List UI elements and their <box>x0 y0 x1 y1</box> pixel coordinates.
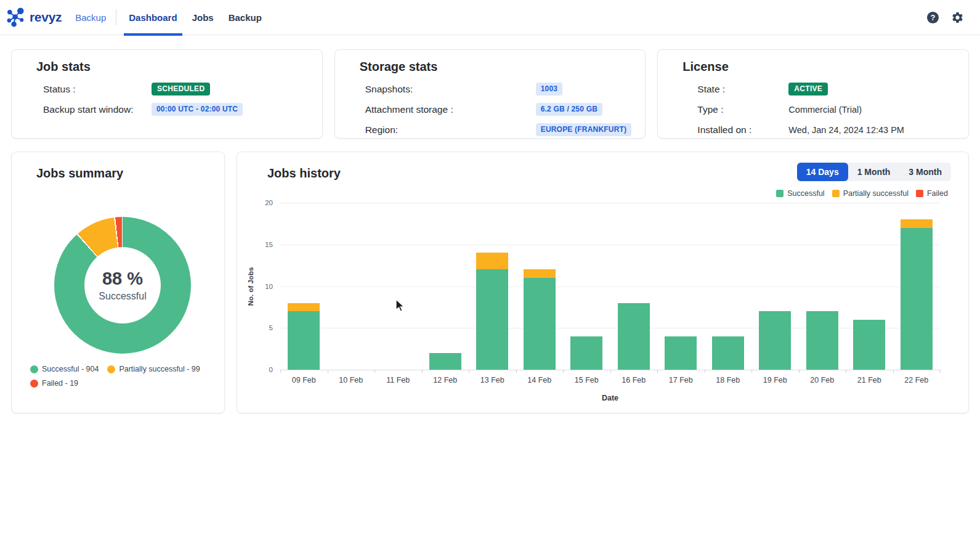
x-axis-tick-label: 22 Feb <box>904 376 928 384</box>
history-range-button-group: 14 Days1 Month3 Month <box>797 163 951 181</box>
backup-link[interactable]: Backup <box>75 12 106 23</box>
jobs-history-bar-chart[interactable]: 0510152009 Feb10 Feb11 Feb12 Feb13 Feb14… <box>280 203 940 370</box>
nav-tabs: DashboardJobsBackup <box>121 0 269 35</box>
legend-square-icon <box>776 190 784 197</box>
history-legend-item[interactable]: Successful <box>776 189 824 198</box>
bar-20-feb[interactable] <box>806 311 838 370</box>
gridline <box>280 287 940 287</box>
stat-row-value-pill: 00:00 UTC - 02:00 UTC <box>152 103 243 116</box>
history-legend-label: Partially successful <box>843 189 909 198</box>
nav-tab-jobs[interactable]: Jobs <box>185 0 221 35</box>
bar-17-feb[interactable] <box>665 336 697 370</box>
range-button-1-month[interactable]: 1 Month <box>848 163 900 181</box>
bar-16-feb[interactable] <box>618 303 650 370</box>
bar-22-feb[interactable] <box>901 219 933 370</box>
x-axis-tick-mark <box>610 370 611 373</box>
bar-segment-partially-successful <box>901 219 933 228</box>
summary-legend-label: Failed - 19 <box>42 379 78 388</box>
bar-13-feb[interactable] <box>476 253 508 370</box>
stat-row-label: Installed on : <box>697 124 788 136</box>
x-axis-tick-mark <box>280 370 281 373</box>
x-axis-tick-label: 18 Feb <box>716 376 740 384</box>
bar-segment-partially-successful <box>524 269 556 278</box>
bar-segment-successful <box>524 278 556 370</box>
settings-gear-icon[interactable] <box>951 11 964 24</box>
donut-center-label: Successful <box>99 291 146 302</box>
history-legend-item[interactable]: Failed <box>916 189 948 198</box>
x-axis-tick-mark <box>799 370 800 373</box>
x-axis-tick-label: 12 Feb <box>433 376 457 384</box>
nav-tab-backup[interactable]: Backup <box>221 0 269 35</box>
bar-segment-partially-successful <box>288 303 320 312</box>
x-axis-tick-mark <box>846 370 846 373</box>
nav-tab-dashboard[interactable]: Dashboard <box>121 0 184 35</box>
history-legend-label: Successful <box>787 189 824 198</box>
bar-14-feb[interactable] <box>524 269 556 370</box>
jobs-summary-legend: Successful - 904Partially successful - 9… <box>30 365 218 388</box>
stat-row-value-pill: 1003 <box>536 83 563 96</box>
bar-segment-successful <box>712 336 744 370</box>
stat-row: Status :SCHEDULED <box>12 83 322 96</box>
bar-12-feb[interactable] <box>429 353 461 370</box>
bar-segment-successful <box>806 311 838 370</box>
stat-row: Attachment storage :6.2 GB / 250 GB <box>335 103 646 116</box>
stat-row: Type :Commercial (Trial) <box>658 103 968 116</box>
x-axis-tick-label: 19 Feb <box>763 376 787 384</box>
bar-18-feb[interactable] <box>712 336 744 370</box>
stat-row: State :ACTIVE <box>658 83 968 96</box>
stat-row-label: Snapshots: <box>365 84 536 95</box>
x-axis-tick-mark <box>375 370 375 373</box>
stat-row-value-pill: 6.2 GB / 250 GB <box>536 103 602 116</box>
bar-19-feb[interactable] <box>759 311 791 370</box>
x-axis-tick-label: 11 Feb <box>386 376 410 384</box>
x-axis-tick-mark <box>893 370 894 373</box>
y-axis-label: No. of Jobs <box>247 267 254 306</box>
x-axis-tick-label: 17 Feb <box>669 376 693 384</box>
brand-name: revyz <box>30 10 62 25</box>
summary-legend-item[interactable]: Failed - 19 <box>30 379 78 388</box>
range-button-14-days[interactable]: 14 Days <box>797 163 848 181</box>
gridline <box>280 203 940 203</box>
x-axis-label: Date <box>280 394 940 402</box>
bar-segment-successful <box>759 311 791 370</box>
summary-legend-label: Partially successful - 99 <box>119 365 200 373</box>
stat-row-label: Attachment storage : <box>365 104 536 115</box>
jobs-summary-title: Jobs summary <box>12 152 224 181</box>
stat-row-value: Commercial (Trial) <box>788 105 968 115</box>
legend-square-icon <box>916 190 923 197</box>
bar-09-feb[interactable] <box>288 303 320 370</box>
brand-logo[interactable]: revyz <box>6 7 62 28</box>
bar-segment-successful <box>853 320 885 370</box>
x-axis-tick-mark <box>469 370 469 373</box>
range-button-3-month[interactable]: 3 Month <box>899 163 951 181</box>
stat-row-label: State : <box>697 84 788 95</box>
legend-square-icon <box>832 190 840 197</box>
stat-card-storage-stats: Storage statsSnapshots:1003Attachment st… <box>334 49 646 139</box>
x-axis-tick-label: 13 Feb <box>480 376 504 384</box>
license-title: License <box>658 50 968 74</box>
jobs-summary-donut-chart[interactable]: 88 % Successful <box>54 217 191 354</box>
bar-segment-successful <box>288 311 320 370</box>
help-icon[interactable]: ? <box>927 12 939 23</box>
bar-15-feb[interactable] <box>570 336 602 370</box>
y-axis-tick: 0 <box>269 366 273 373</box>
x-axis-tick-label: 21 Feb <box>857 376 881 384</box>
stat-row-label: Backup start window: <box>43 104 152 115</box>
y-axis-tick: 10 <box>265 283 273 290</box>
history-legend-label: Failed <box>927 189 948 198</box>
summary-legend-item[interactable]: Successful - 904 <box>30 365 99 373</box>
legend-dot-icon <box>30 380 38 388</box>
x-axis-tick-mark <box>705 370 705 373</box>
x-axis-tick-mark <box>422 370 423 373</box>
x-axis-tick-mark <box>657 370 658 373</box>
bar-21-feb[interactable] <box>853 320 885 370</box>
x-axis-tick-label: 10 Feb <box>339 376 363 384</box>
summary-legend-item[interactable]: Partially successful - 99 <box>107 365 200 373</box>
history-legend-item[interactable]: Partially successful <box>832 189 909 198</box>
x-axis-tick-label: 20 Feb <box>810 376 834 384</box>
jobs-summary-card: Jobs summary 88 % Successful Successful … <box>11 152 225 413</box>
stats-row: Job statsStatus :SCHEDULEDBackup start w… <box>11 49 969 139</box>
stat-row-label: Status : <box>43 84 152 95</box>
stat-card-job-stats: Job statsStatus :SCHEDULEDBackup start w… <box>11 49 323 139</box>
summary-legend-label: Successful - 904 <box>42 365 99 373</box>
